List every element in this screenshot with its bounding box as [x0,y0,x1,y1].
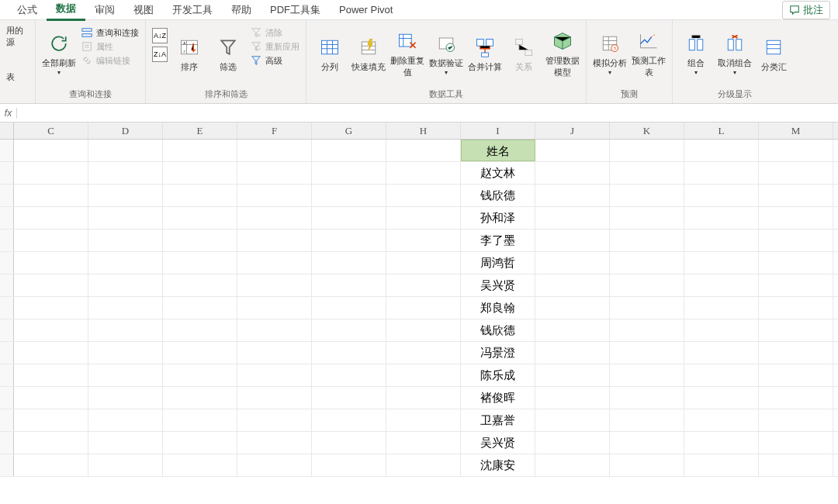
cell[interactable] [14,387,88,409]
row-header[interactable] [0,140,14,161]
cell[interactable] [759,387,833,409]
cell[interactable] [386,162,461,184]
cell[interactable] [88,342,163,364]
row-header[interactable] [0,387,14,409]
cell[interactable] [237,185,312,206]
cell[interactable] [386,454,461,476]
cell[interactable] [14,432,88,454]
cell[interactable] [684,432,759,454]
col-header-L[interactable]: L [684,123,759,139]
cell[interactable]: 吴兴贤 [461,274,535,296]
cell[interactable] [684,230,759,251]
data-model-button[interactable]: 管理数据模型 [545,23,580,84]
cell[interactable] [312,252,386,274]
col-header-F[interactable]: F [237,123,312,139]
cell[interactable] [88,432,163,454]
cell[interactable] [237,230,312,251]
cell[interactable] [535,432,610,454]
col-header-C[interactable]: C [14,123,88,139]
cell[interactable] [88,230,163,251]
cell[interactable] [312,364,386,386]
cell[interactable]: 冯景澄 [461,342,535,364]
cell[interactable] [535,364,610,386]
cell[interactable] [386,230,461,251]
cell[interactable] [684,342,759,364]
cell[interactable] [88,364,163,386]
cell[interactable] [759,162,833,184]
cell[interactable] [163,409,237,431]
cell[interactable] [610,342,684,364]
cell[interactable] [88,252,163,274]
cell[interactable] [88,185,163,206]
cell[interactable] [610,387,684,409]
cell[interactable] [386,140,461,161]
cell[interactable] [312,342,386,364]
row-header[interactable] [0,364,14,386]
cell[interactable] [535,342,610,364]
cell[interactable] [14,252,88,274]
cell[interactable] [610,319,684,341]
cell[interactable] [535,297,610,319]
col-header-H[interactable]: H [386,123,461,139]
data-validation-button[interactable]: 数据验证 ▾ [429,23,463,84]
cell[interactable] [610,432,684,454]
cell[interactable] [535,207,610,229]
cell[interactable] [759,274,833,296]
cell[interactable] [163,319,237,341]
cell[interactable]: 赵文林 [461,162,535,184]
cell[interactable] [535,387,610,409]
tab-view[interactable]: 视图 [124,0,163,20]
cell[interactable] [312,319,386,341]
cell[interactable]: 卫嘉誉 [461,409,535,431]
cell[interactable] [684,319,759,341]
cell[interactable] [684,252,759,274]
cell[interactable] [237,454,312,476]
cell[interactable] [759,297,833,319]
cell[interactable] [14,454,88,476]
tab-pdf[interactable]: PDF工具集 [261,0,330,20]
col-header-M[interactable]: M [759,123,833,139]
cell[interactable] [535,409,610,431]
cell[interactable] [386,387,461,409]
cell[interactable] [610,454,684,476]
ungroup-button[interactable]: 取消组合 ▾ [718,23,752,84]
cell[interactable] [88,454,163,476]
cell[interactable] [14,297,88,319]
cell[interactable] [88,140,163,161]
row-header[interactable] [0,432,14,454]
cell[interactable] [237,140,312,161]
cell[interactable] [237,207,312,229]
cell[interactable] [759,230,833,251]
cell[interactable] [14,140,88,161]
cell[interactable] [386,409,461,431]
cell[interactable] [610,230,684,251]
cell[interactable] [312,409,386,431]
cell[interactable]: 周鸿哲 [461,252,535,274]
cell[interactable] [386,342,461,364]
cell[interactable] [312,274,386,296]
cell[interactable]: 孙和泽 [461,207,535,229]
cell[interactable] [535,162,610,184]
group-button[interactable]: 组合 ▾ [679,23,713,84]
col-header-G[interactable]: G [312,123,386,139]
row-header[interactable] [0,230,14,251]
advanced-filter-button[interactable]: 高级 [250,54,300,67]
cell[interactable]: 郑良翰 [461,297,535,319]
cell[interactable] [684,297,759,319]
cell[interactable] [14,162,88,184]
cell[interactable] [312,207,386,229]
cell[interactable] [163,297,237,319]
formula-input[interactable] [17,104,838,122]
cell[interactable] [684,409,759,431]
cell[interactable] [14,185,88,206]
cell[interactable] [237,387,312,409]
cell[interactable] [759,140,833,161]
cell[interactable] [684,274,759,296]
tab-help[interactable]: 帮助 [222,0,261,20]
tab-developer[interactable]: 开发工具 [163,0,222,20]
cell[interactable] [610,364,684,386]
cell[interactable] [237,432,312,454]
cell[interactable] [14,342,88,364]
cell[interactable]: 姓名 [461,140,535,161]
cell[interactable] [237,409,312,431]
